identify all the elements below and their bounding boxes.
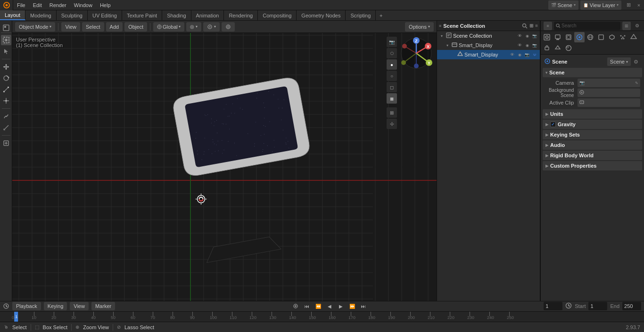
outliner-sort-icon[interactable]: ≡ — [535, 23, 538, 28]
playback-menu[interactable]: Playback — [12, 302, 41, 310]
props-icon-material[interactable] — [563, 43, 574, 53]
scene-collection-render[interactable]: 📷 — [531, 32, 538, 39]
tab-sculpting[interactable]: Sculpting — [57, 10, 88, 20]
camera-value[interactable]: 📷 ✎ — [578, 79, 640, 87]
props-active-icon[interactable]: ⊞ — [622, 22, 631, 30]
frame-ruler[interactable] — [0, 312, 644, 322]
tool-move[interactable] — [1, 62, 11, 72]
scene-selector[interactable]: 🎬 Global Scene ▾ — [548, 0, 578, 10]
tab-uv-editing[interactable]: UV Editing — [88, 10, 122, 20]
tool-scale[interactable] — [1, 84, 11, 95]
step-forward-btn[interactable]: ⏩ — [348, 302, 356, 310]
outliner-filter-icon[interactable]: ⊞ — [529, 23, 533, 28]
marker-menu[interactable]: Marker — [91, 302, 115, 310]
collection-render[interactable]: 📷 — [531, 42, 538, 49]
collection-hide[interactable]: 👁 — [516, 42, 523, 49]
rigid-body-world-section-header[interactable]: ▶ Rigid Body World — [543, 151, 642, 160]
tool-annotate[interactable] — [1, 111, 11, 121]
tab-modeling[interactable]: Modeling — [25, 10, 57, 20]
mesh-select[interactable]: ◉ — [516, 51, 523, 58]
app-icon[interactable] — [0, 0, 13, 10]
view-menu[interactable]: View — [61, 22, 80, 32]
outliner-item-scene-collection[interactable]: ▾ Scene Collection 👁 ◉ 📷 — [437, 31, 540, 40]
keying-sets-section-header[interactable]: ▶ Keying Sets — [543, 130, 642, 139]
screen-controls[interactable]: × — [634, 0, 644, 10]
keying-menu[interactable]: Keying — [44, 302, 67, 310]
scene-collection-hide[interactable]: 👁 — [516, 32, 523, 39]
tool-measure[interactable] — [1, 122, 11, 133]
start-frame-input[interactable]: 1 — [588, 302, 607, 310]
outliner-item-smart-display-mesh[interactable]: ▶ Smart_Display 👁 ◉ 📷 Ψ — [437, 50, 540, 59]
play-btn[interactable]: ▶ — [337, 302, 345, 310]
snap-toggle[interactable]: ▾ — [203, 22, 220, 32]
object-menu[interactable]: Object — [124, 22, 147, 32]
props-icon-view-layer[interactable] — [563, 32, 574, 42]
active-clip-value[interactable] — [578, 98, 640, 107]
props-icon-particles[interactable] — [618, 32, 628, 42]
current-frame-input[interactable]: 1 — [544, 302, 562, 310]
mesh-modifier[interactable]: Ψ — [531, 51, 538, 58]
options-dropdown[interactable]: Options ▾ — [405, 22, 434, 32]
menu-window[interactable]: Window — [70, 0, 96, 10]
tab-compositing[interactable]: Compositing — [258, 10, 297, 20]
props-panel-header-dropdown[interactable]: Scene ▾ — [607, 57, 631, 66]
props-icon-modifier[interactable] — [607, 32, 617, 42]
tab-rendering[interactable]: Rendering — [224, 10, 258, 20]
outliner-item-smart-display-collection[interactable]: ▾ Smart_Display 👁 ◉ 📷 — [437, 40, 540, 50]
tool-cursor[interactable] — [1, 46, 11, 57]
props-icon-physics[interactable] — [628, 32, 639, 42]
tab-scripting[interactable]: Scripting — [346, 10, 376, 20]
menu-edit[interactable]: Edit — [29, 0, 46, 10]
tool-select[interactable] — [1, 35, 11, 45]
play-reverse-btn[interactable]: ◀ — [325, 302, 334, 310]
tab-shading[interactable]: Shading — [162, 10, 191, 20]
props-search-field[interactable]: Search — [554, 22, 620, 30]
units-section-header[interactable]: ▶ Units — [543, 109, 642, 119]
menu-file[interactable]: File — [13, 0, 29, 10]
props-filter-btn[interactable]: ≡ — [544, 22, 552, 30]
props-settings-icon[interactable]: ⚙ — [633, 22, 641, 30]
pivot-dropdown[interactable]: ◎ ▾ — [186, 22, 201, 32]
props-icon-scene[interactable] — [574, 32, 585, 42]
custom-props-section-header[interactable]: ▶ Custom Properties — [543, 161, 642, 170]
jump-start-btn[interactable]: ⏮ — [303, 302, 311, 310]
gravity-checkbox[interactable]: ✓ — [550, 121, 556, 127]
transform-dropdown[interactable]: Global ▾ — [153, 22, 184, 32]
background-scene-value[interactable] — [578, 89, 640, 97]
tool-transform[interactable] — [1, 96, 11, 106]
add-menu[interactable]: Add — [106, 22, 123, 32]
outliner-search-icon[interactable] — [522, 23, 528, 29]
gravity-section-header[interactable]: ▶ ✓ Gravity — [543, 120, 642, 129]
scene-section-header[interactable]: ▾ Scene — [543, 68, 642, 77]
tab-layout[interactable]: Layout — [0, 10, 25, 20]
tool-add[interactable] — [1, 138, 11, 148]
record-btn[interactable] — [291, 302, 300, 310]
3d-viewport[interactable]: User Perspective (1) Scene Collection — [12, 33, 437, 301]
view-layer-selector[interactable]: 📋 View Layer ▾ — [580, 0, 621, 10]
object-mode-dropdown[interactable]: Object Mode ▾ — [15, 22, 55, 32]
audio-section-header[interactable]: ▶ Audio — [543, 140, 642, 150]
select-menu[interactable]: Select — [82, 22, 104, 32]
props-icon-world[interactable] — [585, 32, 595, 42]
tool-rotate[interactable] — [1, 73, 11, 83]
tab-add[interactable]: + — [376, 10, 386, 20]
jump-end-btn[interactable]: ⏭ — [359, 302, 368, 310]
tab-texture-paint[interactable]: Texture Paint — [122, 10, 162, 20]
menu-render[interactable]: Render — [46, 0, 70, 10]
screen-selector[interactable]: ⊞ — [623, 0, 634, 10]
proportional-toggle[interactable] — [222, 22, 235, 32]
menu-help[interactable]: Help — [96, 0, 115, 10]
tab-animation[interactable]: Animation — [191, 10, 224, 20]
step-back-btn[interactable]: ⏪ — [314, 302, 322, 310]
mesh-hide[interactable]: 👁 — [509, 51, 515, 58]
view-menu-timeline[interactable]: View — [70, 302, 89, 310]
end-frame-input[interactable]: 250 — [622, 302, 641, 310]
collection-select[interactable]: ◉ — [524, 42, 530, 49]
props-icon-constraints[interactable] — [542, 43, 552, 53]
props-icon-object-data[interactable] — [553, 43, 563, 53]
tab-geometry-nodes[interactable]: Geometry Nodes — [297, 10, 346, 20]
props-panel-settings[interactable]: ⚙ — [632, 57, 640, 66]
mesh-render[interactable]: 📷 — [524, 51, 530, 58]
props-icon-object[interactable] — [596, 32, 606, 42]
props-icon-render[interactable] — [542, 32, 552, 42]
